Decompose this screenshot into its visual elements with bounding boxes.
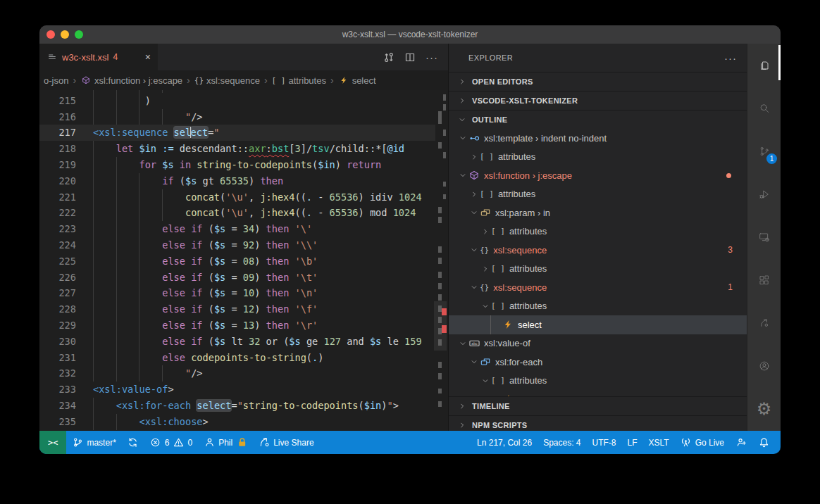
code-line-215[interactable]: 215 ) <box>39 93 435 109</box>
code-line-229[interactable]: 229 else if ($s = 13) then '\r' <box>39 317 435 334</box>
close-tab-icon[interactable]: × <box>144 51 152 63</box>
outline-item-xsl-for-each[interactable]: xsl:for-each <box>449 353 747 372</box>
code-line-223[interactable]: 223 else if ($s = 34) then '\' <box>39 221 435 237</box>
code-line-230[interactable]: 230 else if ($s lt 32 or ($s ge 127 and … <box>39 334 435 350</box>
outline-item-xsl-sequence[interactable]: {}xsl:sequence3 <box>449 241 747 260</box>
section-header-open-editors[interactable]: OPEN EDITORS <box>449 72 747 91</box>
breadcrumb-item[interactable]: select <box>337 75 378 86</box>
token: if <box>191 272 202 283</box>
token <box>185 320 191 331</box>
activity-item-source-control[interactable]: 1 <box>747 130 781 172</box>
code-line-224[interactable]: 224 else if ($s = 92) then '\\' <box>39 237 435 253</box>
more-actions[interactable]: ··· <box>425 51 438 63</box>
status-account-status[interactable]: Phil <box>198 431 253 454</box>
token: if <box>191 336 202 347</box>
outline-item-attributes[interactable]: [ ]attributes <box>449 260 747 279</box>
code-line-235[interactable]: 235 <xsl:choose> <box>39 414 435 430</box>
status-live-share[interactable]: Live Share <box>253 431 319 454</box>
code-line-231[interactable]: 231 else codepoints-to-string(.) <box>39 350 435 366</box>
breadcrumb-item[interactable]: xsl:function › j:escape <box>79 75 184 86</box>
status-problems[interactable]: 60 <box>144 431 198 454</box>
section-header-vscode-xslt-tokenizer[interactable]: VSCODE-XSLT-TOKENIZER <box>449 91 747 110</box>
token: ) <box>335 159 347 170</box>
activity-item-search[interactable] <box>747 87 781 130</box>
token: else <box>162 272 185 283</box>
code-line-233[interactable]: 233<xsl:value-of> <box>39 382 435 398</box>
breadcrumb-item[interactable]: {}xsl:sequence <box>193 75 261 86</box>
code-line-226[interactable]: 226 else if ($s = 09) then '\t' <box>39 270 435 286</box>
overview-ruler-mark <box>438 217 442 223</box>
minimize-window-button[interactable] <box>61 30 69 39</box>
breadcrumb-item[interactable]: o-json <box>42 75 70 86</box>
status-git-branch[interactable]: master* <box>66 431 121 454</box>
outline-item-attributes[interactable]: [ ]attributes <box>449 148 747 167</box>
code-line-218[interactable]: 218 let $in := descendant::axr:bst[3]/ts… <box>39 141 435 157</box>
code-line-232[interactable]: 232 "/> <box>39 365 435 382</box>
open-changes-icon[interactable] <box>383 51 395 63</box>
status-indentation[interactable]: Spaces: 4 <box>538 431 586 454</box>
activity-item-remote-explorer[interactable] <box>747 215 781 258</box>
breadcrumb-item[interactable]: [ ]attributes <box>271 75 328 86</box>
close-window-button[interactable] <box>46 30 55 39</box>
code-line-228[interactable]: 228 else if ($s = 12) then '\f' <box>39 301 435 317</box>
outline-item-label: select <box>518 320 542 330</box>
activity-item-extensions[interactable] <box>747 258 781 301</box>
code-line-222[interactable]: 222 concat('\u', j:hex4((. - 65536) mod … <box>39 205 435 221</box>
section-header-npm-scripts[interactable]: NPM SCRIPTS <box>449 415 747 431</box>
token: else <box>162 352 185 363</box>
activity-item-run-and-debug[interactable] <box>747 172 781 215</box>
token: ( <box>203 336 214 347</box>
outline-item-attributes[interactable]: [ ]attributes <box>449 222 747 241</box>
code-line-225[interactable]: 225 else if ($s = 08) then '\b' <box>39 253 435 270</box>
split-editor-icon[interactable] <box>404 51 416 63</box>
code-line-220[interactable]: 220 if ($s gt 65535) then <box>39 173 435 189</box>
section-header-outline[interactable]: OUTLINE <box>449 110 747 129</box>
outline-item-attributes[interactable]: [ ]attributes <box>449 185 747 204</box>
code-line-216[interactable]: 216 "/> <box>39 109 435 125</box>
code-editor[interactable]: $s, ', ', j:hex4(., 16)))215 )216 "/>217… <box>39 90 448 431</box>
overview-ruler-mark <box>438 389 442 393</box>
error-dot-badge <box>726 173 731 178</box>
zoom-window-button[interactable] <box>75 30 83 39</box>
status-language-mode[interactable]: XSLT <box>643 431 675 454</box>
activity-item-live-share[interactable] <box>747 301 781 344</box>
code-line-234[interactable]: 234 <xsl:for-each select="string-to-code… <box>39 398 435 414</box>
status-encoding[interactable]: UTF-8 <box>587 431 622 454</box>
code-line-219[interactable]: 219 for $s in string-to-codepoints($in) … <box>39 157 435 173</box>
token: ) <box>145 95 151 106</box>
activity-item-explorer[interactable] <box>747 44 781 87</box>
token: in <box>180 159 191 170</box>
problem-count-badge: 1 <box>728 282 747 292</box>
outline-item-xsl-value-of[interactable]: abcxsl:value-of <box>449 334 747 353</box>
code-line-217[interactable]: 217<xsl:sequence select=" <box>39 125 435 141</box>
tab-w3c-xslt[interactable]: w3c-xslt.xsl 4 × <box>39 44 158 70</box>
activity-item-accounts[interactable] <box>747 344 781 387</box>
outline-item-xsl-sequence[interactable]: {}xsl:sequence1 <box>449 278 747 297</box>
token: . <box>306 191 312 203</box>
sidebar-more-actions-icon[interactable]: ··· <box>724 52 737 64</box>
status-feedback[interactable] <box>730 431 752 454</box>
line-number: 223 <box>39 221 76 237</box>
outline-item-xsl-param-in[interactable]: xsl:param › in <box>449 203 747 222</box>
line-number: 217 <box>39 125 76 141</box>
status-notifications[interactable] <box>752 431 775 454</box>
outline-item-select[interactable]: select <box>449 390 747 396</box>
status-cursor-position[interactable]: Ln 217, Col 26 <box>471 431 538 454</box>
status-remote-indicator[interactable]: >< <box>39 431 66 454</box>
activity-item-settings[interactable]: ⚙ <box>747 387 781 430</box>
section-header-timeline[interactable]: TIMELINE <box>449 396 747 415</box>
status-go-live[interactable]: Go Live <box>675 431 730 454</box>
outline-item-xsl-template-indent-no-indent[interactable]: xsl:template › indent no-indent <box>449 129 747 148</box>
outline-item-label: xsl:for-each <box>495 357 542 367</box>
scrollbar-slider[interactable] <box>434 301 447 351</box>
token: bst <box>272 143 290 154</box>
token: '\' <box>295 223 313 234</box>
outline-item-attributes[interactable]: [ ]attributes <box>449 372 747 391</box>
code-line-227[interactable]: 227 else if ($s = 10) then '\n' <box>39 285 435 301</box>
code-line-221[interactable]: 221 concat('\u', j:hex4((. - 65536) idiv… <box>39 189 435 206</box>
status-eol[interactable]: LF <box>622 431 643 454</box>
outline-item-select[interactable]: select <box>449 315 747 334</box>
status-sync[interactable] <box>122 431 144 454</box>
outline-item-xsl-function-j-escape[interactable]: xsl:function › j:escape <box>449 166 747 185</box>
outline-item-attributes[interactable]: [ ]attributes <box>449 297 747 316</box>
